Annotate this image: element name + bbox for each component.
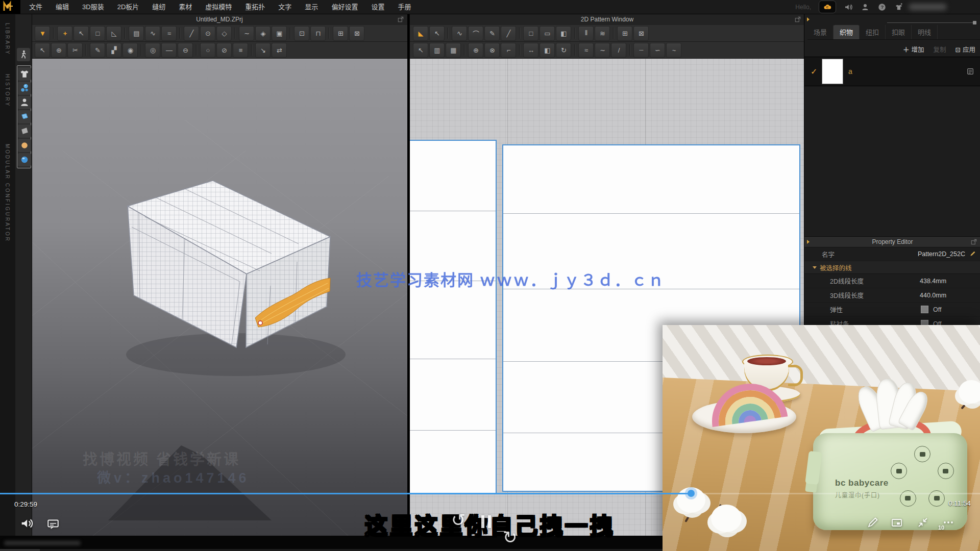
more-options-icon[interactable]: [942, 516, 954, 529]
grain-line-icon[interactable]: ▞: [106, 43, 121, 58]
dart-icon[interactable]: ◧: [556, 26, 571, 41]
app-logo-icon[interactable]: [0, 0, 20, 14]
collapse-icon[interactable]: [917, 516, 929, 529]
flatten-icon[interactable]: ▣: [272, 26, 287, 41]
tab-明线[interactable]: 明线: [912, 25, 938, 39]
rounded-rect-icon[interactable]: ▭: [540, 26, 555, 41]
menu-item-3[interactable]: 3D服装: [76, 0, 111, 14]
help-icon[interactable]: [877, 3, 887, 12]
tack-icon[interactable]: ◇: [216, 26, 232, 41]
free-sewing-icon[interactable]: ≈: [161, 26, 177, 41]
edit-curve-point-icon[interactable]: ⌒: [468, 26, 483, 41]
show-avatar-icon[interactable]: [18, 96, 31, 109]
tab-织物[interactable]: 织物: [834, 25, 860, 39]
measure-block-icon[interactable]: ⊘: [216, 43, 232, 58]
menu-item-13[interactable]: 手册: [391, 0, 418, 14]
pause-button[interactable]: [481, 515, 491, 528]
window-2d-titlebar[interactable]: 2D Pattern Window: [410, 14, 804, 26]
menu-item-9[interactable]: 文字: [272, 0, 298, 14]
show-fabric-icon[interactable]: [18, 124, 31, 138]
popout-icon[interactable]: [397, 16, 404, 23]
tab-扣眼[interactable]: 扣眼: [886, 25, 912, 39]
sound-icon[interactable]: [844, 3, 853, 12]
polygon-line-icon[interactable]: ╱: [501, 26, 516, 41]
account-icon[interactable]: [861, 3, 870, 12]
segment-sewing-icon[interactable]: ∿: [145, 26, 160, 41]
show-sphere-icon[interactable]: [18, 153, 31, 166]
fold-line-icon[interactable]: ⌐: [501, 43, 516, 58]
stylus-settings-icon[interactable]: ≡: [233, 43, 248, 58]
menu-item-1[interactable]: 文件: [22, 0, 49, 14]
pin-2d-icon[interactable]: ⊕: [468, 43, 483, 58]
viewport-3d[interactable]: 找博视频 省钱学新课 微v：zhao147146: [32, 59, 407, 536]
notch-icon[interactable]: /: [611, 43, 626, 58]
history-tab[interactable]: HISTORY: [5, 74, 10, 107]
dashed-line-icon[interactable]: ┄: [633, 43, 649, 58]
fabric-swatch[interactable]: [822, 59, 843, 84]
grid-view-icon[interactable]: ⊞: [333, 26, 348, 41]
edit-pattern-icon[interactable]: ↖: [429, 26, 445, 41]
drop-arrow-icon[interactable]: ↘: [255, 43, 271, 58]
select-box-icon[interactable]: □: [90, 26, 105, 41]
mesh-view-icon[interactable]: ⊠: [349, 26, 364, 41]
swap-view-icon[interactable]: ⇄: [272, 43, 287, 58]
show-mesh-icon[interactable]: [18, 110, 31, 123]
fabric-menu-icon[interactable]: [966, 67, 974, 76]
avatar-pose-icon[interactable]: [17, 48, 30, 61]
annotate-icon[interactable]: [867, 516, 879, 529]
sewing-machine-icon[interactable]: ▤: [129, 26, 144, 41]
pattern-name-value[interactable]: Pattern2D_252C: [918, 251, 965, 258]
select-lasso-icon[interactable]: ◺: [106, 26, 121, 41]
tab-场景[interactable]: 场景: [807, 25, 834, 39]
baste-icon[interactable]: ≈: [578, 43, 594, 58]
copy-fabric-button[interactable]: 复制: [933, 44, 946, 54]
tape-line-icon[interactable]: —: [161, 43, 177, 58]
rectangle-icon[interactable]: □: [523, 26, 538, 41]
texture-edit-icon[interactable]: ✎: [90, 43, 105, 58]
sew-edit-icon[interactable]: ↖: [413, 43, 428, 58]
menu-item-12[interactable]: 设置: [364, 0, 391, 14]
library-tab[interactable]: LIBRARY: [5, 23, 10, 56]
checkbox[interactable]: [921, 306, 928, 313]
panel-slider[interactable]: [887, 22, 976, 23]
apply-fabric-button[interactable]: ⊡应用: [955, 44, 976, 54]
symmetry-icon[interactable]: ↔: [523, 43, 538, 58]
pin-move-icon[interactable]: ⊕: [51, 43, 66, 58]
select-move-icon[interactable]: +: [57, 26, 72, 41]
menu-item-6[interactable]: 素材: [172, 0, 199, 14]
volume-icon[interactable]: [19, 516, 34, 531]
transform-pattern-icon[interactable]: ◣: [413, 26, 428, 41]
pleats-icon[interactable]: ⫴: [578, 26, 594, 41]
edit-curvature-icon[interactable]: ∿: [452, 26, 467, 41]
show-particles-icon[interactable]: [18, 82, 31, 95]
garment-pair-icon[interactable]: ⊡: [294, 26, 309, 41]
panel-arrow-icon[interactable]: [807, 17, 810, 21]
property-editor-header[interactable]: Property Editor: [804, 236, 980, 247]
tape-remove-icon[interactable]: ⊖: [178, 43, 193, 58]
fuse-tape-icon[interactable]: ▦: [446, 43, 461, 58]
captions-icon[interactable]: [46, 517, 60, 531]
pattern-piece-left[interactable]: [410, 140, 497, 494]
clo-cloud-icon[interactable]: [819, 1, 836, 13]
menu-item-7[interactable]: 虚拟模特: [199, 0, 238, 14]
menu-item-10[interactable]: 显示: [298, 0, 325, 14]
simulate-icon[interactable]: ▼: [35, 26, 50, 41]
tape-circle-icon[interactable]: ◎: [145, 43, 160, 58]
popout-icon[interactable]: [794, 16, 801, 23]
rotate-icon[interactable]: ↻: [556, 43, 571, 58]
pin-icon[interactable]: ⊙: [200, 26, 215, 41]
unpin-icon[interactable]: ⊗: [484, 43, 500, 58]
menu-item-11[interactable]: 偏好设置: [325, 0, 364, 14]
popout-icon[interactable]: [970, 238, 977, 245]
window-3d-titlebar[interactable]: Untitled_MD.ZPrj: [32, 14, 407, 26]
wave-line-icon[interactable]: ∽: [650, 43, 665, 58]
menu-item-8[interactable]: 重拓扑: [238, 0, 272, 14]
miniplayer-icon[interactable]: [890, 516, 903, 529]
edit-name-icon[interactable]: [969, 250, 976, 257]
curve-pin-icon[interactable]: ∼: [239, 26, 254, 41]
scissors-icon[interactable]: ✂: [67, 43, 83, 58]
menu-item-5[interactable]: 缝纫: [145, 0, 172, 14]
tab-纽扣[interactable]: 纽扣: [860, 25, 886, 39]
show-head-icon[interactable]: [18, 139, 31, 152]
pleat-fold-icon[interactable]: ≋: [595, 26, 610, 41]
